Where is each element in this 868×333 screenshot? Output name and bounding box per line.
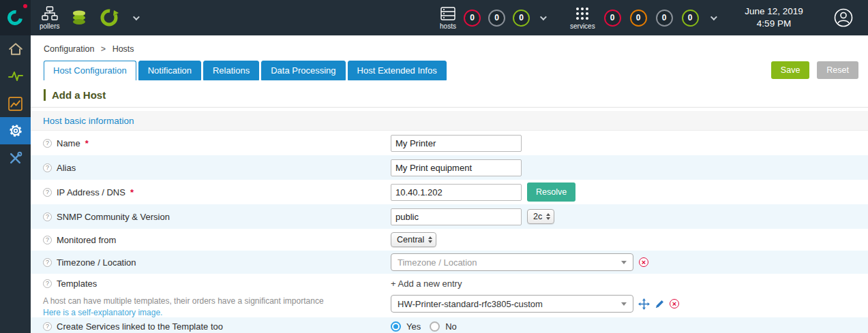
add-template-entry-link[interactable]: + Add a new entry (391, 279, 679, 289)
breadcrumb-hosts[interactable]: Hosts (113, 44, 134, 54)
centreon-logo-icon (5, 7, 26, 29)
refresh-menu[interactable] (99, 7, 119, 28)
help-icon[interactable]: ? (43, 236, 52, 244)
templates-help-link[interactable]: Here is a self-explanatory image. (43, 308, 391, 317)
snmp-version-value: 2c (533, 212, 542, 221)
pencil-icon (655, 299, 665, 309)
monitored-from-label: Monitored from (57, 235, 116, 245)
monitored-from-value: Central (397, 235, 424, 244)
form-row-snmp: ? SNMP Community & Version 2c (31, 204, 868, 229)
snmp-community-input[interactable] (391, 208, 522, 225)
chevron-down-icon (621, 261, 627, 264)
templates-label: Templates (57, 279, 97, 289)
sidebar-item-home[interactable] (0, 35, 31, 63)
form-actions: Save Reset (771, 61, 858, 79)
pollers-label: pollers (40, 22, 59, 30)
snmp-version-select[interactable]: 2c (527, 209, 554, 224)
database-menu[interactable] (70, 7, 88, 28)
heartbeat-icon (8, 69, 23, 83)
help-icon[interactable]: ? (43, 139, 52, 148)
database-icon (70, 7, 88, 28)
help-icon[interactable]: ? (43, 322, 52, 331)
move-template-button[interactable] (638, 298, 650, 310)
form-row-name: ? Name * (31, 131, 868, 155)
tab-host-configuration[interactable]: Host Configuration (44, 61, 136, 80)
template-value: HW-Printer-standard-rfc3805-custom (398, 299, 543, 309)
help-icon[interactable]: ? (43, 258, 52, 267)
services-menu[interactable]: services (570, 6, 595, 30)
home-icon (8, 42, 23, 56)
form-row-monitored-from: ? Monitored from Central (31, 229, 868, 251)
gear-icon (8, 123, 23, 138)
ip-address-label: IP Address / DNS (57, 187, 125, 197)
services-label: services (570, 22, 595, 30)
hosts-label: hosts (440, 22, 456, 30)
clear-timezone-icon[interactable]: × (639, 257, 648, 267)
services-status-group: services 0 0 0 0 (570, 0, 715, 35)
alias-label: Alias (57, 163, 76, 173)
resolve-button[interactable]: Resolve (527, 183, 575, 202)
edit-template-button[interactable] (655, 299, 665, 309)
reset-button[interactable]: Reset (817, 61, 858, 79)
template-dropdown[interactable]: HW-Printer-standard-rfc3805-custom (391, 295, 633, 313)
chevron-down-icon[interactable] (710, 14, 717, 20)
hosts-up-count[interactable]: 0 (513, 10, 530, 27)
tab-bar: Host Configuration Notification Relation… (31, 61, 868, 80)
section-host-basic-information[interactable]: Host basic information (31, 111, 868, 131)
save-button[interactable]: Save (771, 61, 810, 79)
page-title: Add a Host (44, 89, 106, 101)
services-unknown-count[interactable]: 0 (656, 10, 673, 27)
breadcrumb-configuration[interactable]: Configuration (44, 44, 94, 54)
required-marker: * (85, 138, 89, 148)
services-ok-count[interactable]: 0 (682, 10, 699, 27)
hosts-down-count[interactable]: 0 (464, 10, 481, 27)
help-icon[interactable]: ? (43, 212, 52, 221)
name-label: Name (57, 138, 80, 148)
centreon-logo[interactable] (0, 0, 31, 35)
snmp-label: SNMP Community & Version (57, 212, 170, 222)
services-warning-count[interactable]: 0 (630, 10, 647, 27)
sidebar (0, 35, 31, 333)
monitored-from-select[interactable]: Central (391, 232, 436, 247)
select-arrows-icon (546, 213, 550, 220)
radio-yes[interactable] (391, 321, 401, 332)
tab-notification[interactable]: Notification (138, 61, 201, 80)
tab-host-extended-infos[interactable]: Host Extended Infos (348, 61, 447, 80)
timezone-placeholder: Timezone / Location (398, 257, 477, 268)
form-row-alias: ? Alias (31, 155, 868, 180)
help-icon[interactable]: ? (43, 188, 52, 197)
hosts-unreachable-count[interactable]: 0 (488, 10, 505, 27)
tab-relations[interactable]: Relations (203, 61, 259, 80)
hosts-menu[interactable]: hosts (440, 6, 456, 30)
timezone-label: Timezone / Location (57, 257, 136, 268)
chevron-down-icon[interactable] (133, 14, 140, 20)
help-icon[interactable]: ? (43, 279, 52, 288)
move-icon (638, 298, 650, 310)
datetime-display: June 12, 2019 4:59 PM (733, 0, 815, 35)
services-critical-count[interactable]: 0 (604, 10, 621, 27)
required-marker: * (130, 187, 134, 197)
page-title-wrap: Add a Host (31, 89, 868, 108)
name-input[interactable] (391, 135, 522, 152)
sidebar-item-configuration[interactable] (0, 117, 31, 144)
form-row-create-services: ? Create Services linked to the Template… (31, 317, 868, 333)
ip-address-input[interactable] (391, 184, 522, 201)
alias-input[interactable] (391, 159, 522, 176)
chevron-down-icon[interactable] (540, 14, 547, 20)
user-menu[interactable] (834, 0, 853, 35)
hosts-status-group: hosts 0 0 0 (440, 0, 545, 35)
delete-template-icon[interactable]: × (670, 299, 679, 308)
sidebar-item-monitoring[interactable] (0, 63, 31, 90)
chevron-down-icon (621, 302, 627, 306)
tab-data-processing[interactable]: Data Processing (261, 61, 345, 80)
breadcrumb: Configuration > Hosts (31, 35, 868, 54)
sidebar-item-reporting[interactable] (0, 90, 31, 117)
services-icon (574, 6, 590, 21)
help-icon[interactable]: ? (43, 163, 52, 172)
sidebar-item-administration[interactable] (0, 144, 31, 172)
radio-yes-label: Yes (406, 321, 421, 332)
radio-no[interactable] (430, 321, 440, 332)
pollers-menu[interactable]: pollers (40, 6, 59, 30)
timezone-dropdown[interactable]: Timezone / Location (391, 253, 633, 271)
chart-icon (8, 97, 23, 111)
